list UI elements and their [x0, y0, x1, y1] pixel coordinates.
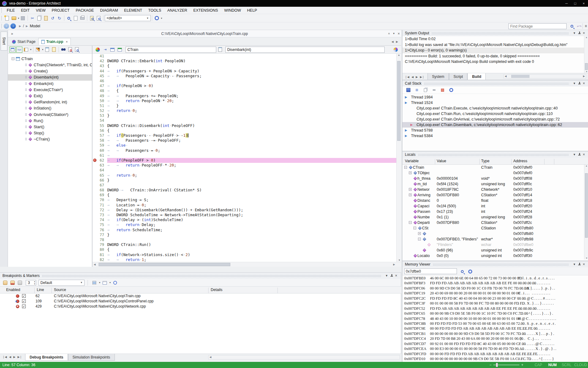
open-dropdown[interactable]: ▼ — [17, 17, 20, 19]
tree-item[interactable]: Run() — [8, 118, 92, 124]
locals-row[interactable]: +Arriving0x007DFB80CStation*0x007dff14 — [402, 192, 584, 198]
call-stack-thread-row[interactable]: ▶Thread 5788 — [402, 128, 588, 133]
code-line[interactable]: 73→DWORD·ScheduleTime·=·Network->TimeAtS… — [92, 213, 396, 217]
tab-start-page[interactable]: Start Page — [9, 38, 38, 45]
column-type[interactable]: Type — [481, 159, 489, 163]
maximize-button[interactable]: □ — [571, 0, 579, 7]
method-combo[interactable]: Disembark(int) — [225, 47, 385, 53]
minimize-rows-button[interactable] — [431, 87, 437, 93]
tree-item[interactable]: Disembark(int) — [8, 74, 92, 80]
locals-row[interactable]: Locatio0x0 (0)unsigned int0x007dff30 — [402, 253, 584, 259]
code-line[interactable]: 48→{ — [92, 88, 396, 93]
toolbar-overflow[interactable]: ▼ — [160, 17, 163, 19]
editor-gutter[interactable] — [92, 188, 97, 193]
tree-root-ctrain[interactable]: − CTrain — [8, 56, 92, 62]
copy-down-button[interactable] — [44, 47, 50, 53]
locals-row[interactable]: Distanc0float0x007dff18 — [402, 198, 584, 203]
editor-gutter[interactable] — [92, 222, 97, 227]
new-file-button[interactable] — [4, 15, 10, 21]
delete-all-hand-icon[interactable] — [17, 280, 23, 286]
menu-analyzer[interactable]: ANALYZER — [164, 7, 190, 14]
collapse-all-icon[interactable]: « — [386, 32, 391, 35]
editor-gutter[interactable] — [92, 94, 97, 98]
close-tab-icon[interactable]: × — [66, 40, 68, 44]
editor-gutter[interactable] — [92, 123, 97, 128]
tree-item[interactable]: InStation() — [8, 105, 92, 111]
workspace-layout-icon[interactable]: ⌐¬ — [576, 23, 582, 29]
memory-row[interactable]: 0x007DFD1000 00 00 00 00 00 00 00 00 9B … — [402, 356, 588, 361]
editor-gutter[interactable] — [92, 59, 97, 63]
editor-gutter[interactable] — [92, 173, 97, 178]
editor-gutter[interactable] — [92, 247, 97, 252]
locals-row[interactable]: "Flinders"wchar0x007dfbe0 — [402, 242, 584, 247]
code-line[interactable]: 74→if(Delay·>·(int)ScheduleTime) — [92, 217, 396, 222]
memory-row[interactable]: 0x007DFC7848 40 43 00 10 00 00 00 10 00 … — [402, 316, 588, 321]
tree-item[interactable]: Start() — [8, 124, 92, 130]
editor-gutter[interactable] — [92, 163, 97, 168]
pin-icon[interactable] — [390, 274, 393, 278]
code-line[interactable]: 64 — [92, 168, 396, 173]
tree-expander[interactable]: − — [413, 227, 416, 229]
editor-gutter[interactable] — [92, 69, 97, 74]
code-line[interactable]: 47→if(PeopleON·>·0) — [92, 83, 396, 88]
breakpoint-enabled-checkbox[interactable]: ✓ — [22, 299, 26, 303]
editor-gutter[interactable] — [92, 242, 97, 247]
chevron-down-icon[interactable]: ▼ — [572, 153, 577, 156]
code-area[interactable]: 4142DWORD·CTrain::Embark(int·PeopleON)43… — [92, 54, 396, 262]
memory-row[interactable]: 0x007DFCFD00 00 00 FD FD FD FD AB AB AB … — [402, 351, 588, 356]
code-line[interactable]: 72→Delay·=·(Disembark(GetRandom())·+·Emb… — [92, 208, 396, 213]
column-line[interactable]: Line — [37, 288, 44, 292]
find-package-input[interactable] — [508, 23, 567, 29]
menu-diagram[interactable]: DIAGRAM — [97, 7, 121, 14]
class-combo[interactable]: CTrain — [126, 47, 216, 53]
menu-window[interactable]: WINDOW — [221, 7, 244, 14]
code-line[interactable]: 81→if(Network->Stations.size()·<·2) — [92, 252, 396, 257]
chevron-down-icon[interactable]: ▼ — [30, 48, 32, 51]
find-package-search-icon[interactable] — [569, 23, 575, 29]
menu-element[interactable]: ELEMENT — [121, 7, 145, 14]
cut-button[interactable]: ✂ — [29, 15, 36, 21]
editor-gutter[interactable] — [92, 153, 97, 158]
back-button[interactable]: ‹ — [4, 23, 9, 29]
toolbar-grip[interactable] — [1, 8, 2, 13]
close-panel-icon[interactable]: × — [582, 81, 586, 86]
find-in-browser-button[interactable] — [89, 15, 95, 21]
print-button[interactable] — [79, 15, 85, 21]
save-button[interactable] — [20, 15, 26, 21]
memory-row[interactable]: 0x007DFC0600 00 9D C9 D0 58 5D F0 00 1C … — [402, 286, 588, 291]
system-output-scrollbar[interactable]: ▲▼ — [584, 36, 588, 73]
find-in-model-button[interactable] — [74, 47, 80, 53]
code-line[interactable]: 82→→return·1; — [92, 257, 396, 262]
pin-icon[interactable] — [578, 263, 581, 266]
locals-scrollbar[interactable]: ▲▼ — [584, 165, 588, 259]
menu-tools[interactable]: TOOLS — [145, 7, 164, 14]
tree-item[interactable]: GetRandom(int, int) — [8, 99, 92, 105]
editor-gutter[interactable] — [92, 138, 97, 143]
editor-gutter[interactable] — [92, 232, 97, 237]
editor-gutter[interactable] — [92, 79, 97, 83]
editor-gutter[interactable] — [92, 148, 97, 153]
memory-row[interactable]: 0x007DFC8B00 FD FD FD FD 53 00 70 00 65 … — [402, 321, 588, 326]
chevron-down-icon[interactable]: ▼ — [572, 32, 577, 35]
tab-script[interactable]: Script — [449, 73, 468, 80]
editor-gutter[interactable] — [92, 178, 97, 183]
editor-gutter[interactable] — [92, 143, 97, 148]
window-view-icon[interactable] — [109, 47, 115, 53]
note-button[interactable] — [51, 47, 57, 53]
numbered-list-button[interactable]: ⅓≡ — [16, 47, 22, 53]
menu-help[interactable]: HELP — [244, 7, 260, 14]
last-tab-icon[interactable]: ▶❘ — [17, 355, 22, 358]
column-variable[interactable]: Variable — [405, 159, 419, 163]
find-in-doc-button[interactable] — [67, 47, 73, 53]
tab-scroll-left-icon[interactable]: ◀ — [391, 40, 394, 43]
edit-button[interactable] — [35, 47, 41, 53]
editor-gutter[interactable] — [92, 98, 97, 103]
start-vertical-tab[interactable]: Start — [1, 32, 7, 51]
call-stack-frame-row[interactable]: ▶CityLoop.exe! CTrain.Disembark, c:\vea\… — [402, 122, 588, 128]
document-preview-button[interactable] — [73, 15, 79, 21]
goto-definition-icon[interactable] — [217, 47, 223, 53]
menu-extensions[interactable]: EXTENSIONS — [190, 7, 221, 14]
toolbar-grip[interactable] — [1, 24, 2, 29]
editor-gutter[interactable] — [92, 88, 97, 93]
code-line[interactable]: 54 — [92, 118, 396, 123]
